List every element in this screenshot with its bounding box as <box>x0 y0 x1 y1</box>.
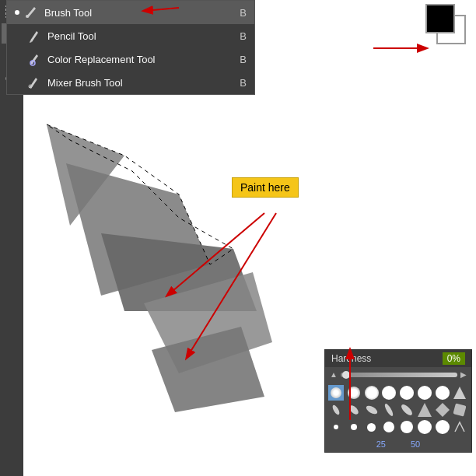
menu-item-brush-tool[interactable]: Brush Tool B <box>7 1 254 24</box>
menu-item-pencil-tool[interactable]: Pencil Tool B <box>7 24 254 47</box>
hardness-slider-row: ▲ ▶ <box>325 367 471 382</box>
hardness-panel: Hardness 0% ▲ ▶ <box>324 349 472 453</box>
svg-point-5 <box>26 15 29 18</box>
pencil-tool-icon <box>26 28 41 44</box>
svg-point-8 <box>32 62 33 64</box>
mixer-brush-icon <box>26 75 41 90</box>
svg-marker-22 <box>418 403 432 417</box>
brush-presets-grid <box>325 382 471 438</box>
color-replacement-label: Color Replacement Tool <box>47 54 156 65</box>
pencil-tool-shortcut: B <box>240 30 247 42</box>
svg-point-18 <box>348 404 360 416</box>
foreground-color-swatch[interactable] <box>425 4 455 33</box>
brush-preset-14[interactable] <box>417 402 432 418</box>
brush-size-50: 50 <box>411 439 420 449</box>
mixer-brush-shortcut: B <box>240 77 247 89</box>
brush-tool-shortcut: B <box>240 7 247 19</box>
menu-item-mixer-brush-tool[interactable]: Mixer Brush Tool B <box>7 71 254 94</box>
brush-tool-label: Brush Tool <box>44 7 92 19</box>
hardness-label: Hardness <box>331 353 371 364</box>
brush-preset-23[interactable] <box>435 419 450 435</box>
brush-preset-5[interactable] <box>399 385 415 401</box>
brush-preset-7[interactable] <box>435 385 450 401</box>
brush-preset-15[interactable] <box>435 402 450 418</box>
svg-point-21 <box>400 403 414 417</box>
svg-marker-16 <box>453 387 466 399</box>
brush-preset-19[interactable] <box>364 419 380 435</box>
brush-preset-9[interactable] <box>328 402 344 418</box>
color-replacement-icon <box>26 51 41 67</box>
hardness-slider-thumb[interactable] <box>342 371 350 379</box>
brush-preset-6[interactable] <box>417 385 432 401</box>
brush-preset-17[interactable] <box>328 419 344 435</box>
brush-preset-4[interactable] <box>381 385 397 401</box>
brush-preset-11[interactable] <box>364 402 380 418</box>
brush-preset-2[interactable] <box>346 385 362 401</box>
svg-point-17 <box>331 404 341 415</box>
menu-item-color-replacement-tool[interactable]: Color Replacement Tool B <box>7 47 254 71</box>
brush-preset-1[interactable] <box>328 385 344 401</box>
hardness-slider[interactable] <box>341 373 457 377</box>
brush-preset-13[interactable] <box>399 402 415 418</box>
brush-preset-24[interactable] <box>452 419 467 435</box>
hardness-value: 0% <box>443 352 465 365</box>
svg-point-19 <box>365 404 379 416</box>
brush-tool-icon <box>23 5 38 20</box>
color-replacement-shortcut: B <box>240 54 247 65</box>
brush-preset-12[interactable] <box>381 402 397 418</box>
brush-preset-22[interactable] <box>417 419 432 435</box>
svg-point-20 <box>383 403 394 418</box>
paint-here-text: Paint here <box>240 181 290 194</box>
brush-size-25: 25 <box>376 439 386 449</box>
mixer-brush-label: Mixer Brush Tool <box>47 77 123 89</box>
brush-preset-21[interactable] <box>399 419 415 435</box>
brush-preset-3[interactable] <box>364 385 380 401</box>
slider-right-icon: ▶ <box>460 370 467 379</box>
brush-size-numbers: 25 50 <box>325 438 471 452</box>
tool-dropdown-menu: Brush Tool B Pencil Tool B Color Replace… <box>6 0 255 95</box>
brush-preset-16[interactable] <box>452 402 467 418</box>
svg-marker-23 <box>436 403 450 417</box>
brush-preset-20[interactable] <box>381 419 397 435</box>
brush-preset-10[interactable] <box>346 402 362 418</box>
pencil-tool-label: Pencil Tool <box>47 30 96 42</box>
color-picker[interactable] <box>425 4 472 51</box>
brush-preset-18[interactable] <box>346 419 362 435</box>
hardness-header: Hardness 0% <box>325 350 471 367</box>
svg-rect-24 <box>453 403 467 416</box>
active-indicator <box>15 10 19 15</box>
slider-left-icon: ▲ <box>330 370 338 379</box>
paint-here-tooltip: Paint here <box>232 177 299 198</box>
brush-preset-8[interactable] <box>452 385 467 401</box>
